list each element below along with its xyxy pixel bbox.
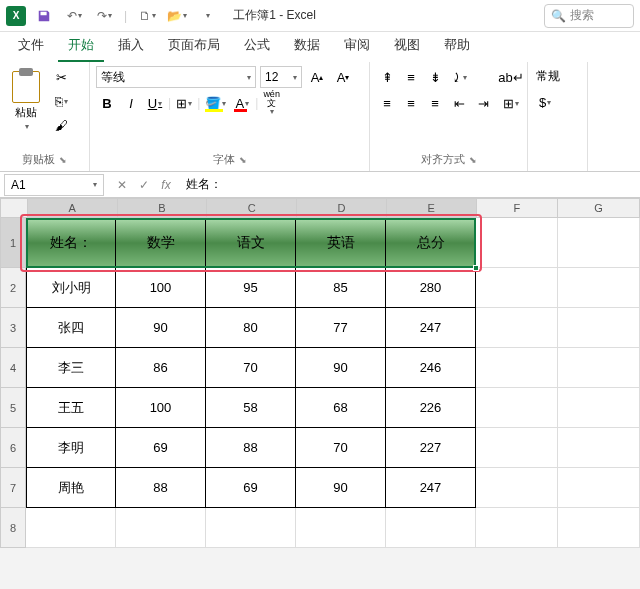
row-header-7[interactable]: 7 — [0, 468, 26, 508]
tab-file[interactable]: 文件 — [8, 30, 54, 62]
cell-F3[interactable] — [476, 308, 558, 348]
paste-button[interactable]: 粘贴 ▾ — [6, 66, 46, 136]
cell-C2[interactable]: 95 — [206, 268, 296, 308]
cell-D1[interactable]: 英语 — [296, 218, 386, 268]
cell-E3[interactable]: 247 — [386, 308, 476, 348]
increase-font-button[interactable]: A▴ — [306, 66, 328, 88]
cell-D2[interactable]: 85 — [296, 268, 386, 308]
cell-D6[interactable]: 70 — [296, 428, 386, 468]
cut-button[interactable]: ✂ — [50, 66, 72, 88]
formula-input[interactable]: 姓名： — [180, 176, 640, 193]
cell-D8[interactable] — [296, 508, 386, 548]
cell-C1[interactable]: 语文 — [206, 218, 296, 268]
cell-A6[interactable]: 李明 — [26, 428, 116, 468]
cell-C6[interactable]: 88 — [206, 428, 296, 468]
new-file-button[interactable]: 🗋▾ — [135, 4, 159, 28]
cell-A4[interactable]: 李三 — [26, 348, 116, 388]
cell-G7[interactable] — [558, 468, 640, 508]
search-input[interactable]: 🔍 搜索 — [544, 4, 634, 28]
underline-button[interactable]: U▾ — [144, 92, 166, 114]
align-top-button[interactable]: ⇞ — [376, 66, 398, 88]
open-file-button[interactable]: 📂▾ — [165, 4, 189, 28]
cell-D3[interactable]: 77 — [296, 308, 386, 348]
phonetic-button[interactable]: wén文▾ — [260, 92, 283, 114]
align-bottom-button[interactable]: ⇟ — [424, 66, 446, 88]
row-header-1[interactable]: 1 — [0, 218, 26, 268]
row-header-2[interactable]: 2 — [0, 268, 26, 308]
qat-customize[interactable]: ▾ — [195, 4, 219, 28]
cell-B8[interactable] — [116, 508, 206, 548]
cell-A5[interactable]: 王五 — [26, 388, 116, 428]
col-header-D[interactable]: D — [297, 198, 387, 218]
cell-D4[interactable]: 90 — [296, 348, 386, 388]
cell-F1[interactable] — [476, 218, 558, 268]
orientation-button[interactable]: ⤸▾ — [448, 66, 470, 88]
fill-color-button[interactable]: 🪣▾ — [202, 92, 229, 114]
row-header-8[interactable]: 8 — [0, 508, 26, 548]
font-color-button[interactable]: A▾ — [231, 92, 253, 114]
cell-C7[interactable]: 69 — [206, 468, 296, 508]
row-header-6[interactable]: 6 — [0, 428, 26, 468]
cell-G4[interactable] — [558, 348, 640, 388]
cell-C3[interactable]: 80 — [206, 308, 296, 348]
col-header-C[interactable]: C — [207, 198, 297, 218]
fill-handle[interactable] — [473, 265, 479, 271]
cell-G1[interactable] — [558, 218, 640, 268]
cell-F2[interactable] — [476, 268, 558, 308]
cell-G8[interactable] — [558, 508, 640, 548]
cell-E7[interactable]: 247 — [386, 468, 476, 508]
tab-home[interactable]: 开始 — [58, 30, 104, 62]
format-painter-button[interactable]: 🖌 — [50, 114, 72, 136]
cell-B5[interactable]: 100 — [116, 388, 206, 428]
currency-button[interactable]: $▾ — [534, 91, 556, 113]
cell-F8[interactable] — [476, 508, 558, 548]
tab-layout[interactable]: 页面布局 — [158, 30, 230, 62]
cell-A2[interactable]: 刘小明 — [26, 268, 116, 308]
cell-E8[interactable] — [386, 508, 476, 548]
undo-button[interactable]: ↶▾ — [62, 4, 86, 28]
decrease-font-button[interactable]: A▾ — [332, 66, 354, 88]
cell-B1[interactable]: 数学 — [116, 218, 206, 268]
font-launcher[interactable]: ⬊ — [239, 155, 247, 165]
copy-button[interactable]: ⎘▾ — [50, 90, 72, 112]
cell-B3[interactable]: 90 — [116, 308, 206, 348]
col-header-G[interactable]: G — [558, 198, 640, 218]
cell-A7[interactable]: 周艳 — [26, 468, 116, 508]
cell-B7[interactable]: 88 — [116, 468, 206, 508]
number-format-select[interactable]: 常规 — [534, 66, 562, 87]
cell-A3[interactable]: 张四 — [26, 308, 116, 348]
cell-G5[interactable] — [558, 388, 640, 428]
row-header-4[interactable]: 4 — [0, 348, 26, 388]
align-center-button[interactable]: ≡ — [400, 92, 422, 114]
cell-F7[interactable] — [476, 468, 558, 508]
cell-E5[interactable]: 226 — [386, 388, 476, 428]
tab-formulas[interactable]: 公式 — [234, 30, 280, 62]
redo-button[interactable]: ↷▾ — [92, 4, 116, 28]
align-launcher[interactable]: ⬊ — [469, 155, 477, 165]
cell-F4[interactable] — [476, 348, 558, 388]
decrease-indent-button[interactable]: ⇤ — [448, 92, 470, 114]
col-header-E[interactable]: E — [387, 198, 477, 218]
row-header-5[interactable]: 5 — [0, 388, 26, 428]
bold-button[interactable]: B — [96, 92, 118, 114]
tab-data[interactable]: 数据 — [284, 30, 330, 62]
cell-E6[interactable]: 227 — [386, 428, 476, 468]
cell-D5[interactable]: 68 — [296, 388, 386, 428]
spreadsheet-grid[interactable]: ABCDEFG 12345678 姓名：数学语文英语总分刘小明100958528… — [0, 198, 640, 548]
align-left-button[interactable]: ≡ — [376, 92, 398, 114]
row-header-3[interactable]: 3 — [0, 308, 26, 348]
align-right-button[interactable]: ≡ — [424, 92, 446, 114]
cell-A8[interactable] — [26, 508, 116, 548]
italic-button[interactable]: I — [120, 92, 142, 114]
border-button[interactable]: ⊞▾ — [173, 92, 195, 114]
col-header-B[interactable]: B — [118, 198, 208, 218]
cancel-formula-button[interactable]: ✕ — [112, 175, 132, 195]
cell-F5[interactable] — [476, 388, 558, 428]
tab-view[interactable]: 视图 — [384, 30, 430, 62]
enter-formula-button[interactable]: ✓ — [134, 175, 154, 195]
tab-help[interactable]: 帮助 — [434, 30, 480, 62]
cell-G3[interactable] — [558, 308, 640, 348]
cell-E4[interactable]: 246 — [386, 348, 476, 388]
col-header-F[interactable]: F — [477, 198, 559, 218]
cell-F6[interactable] — [476, 428, 558, 468]
